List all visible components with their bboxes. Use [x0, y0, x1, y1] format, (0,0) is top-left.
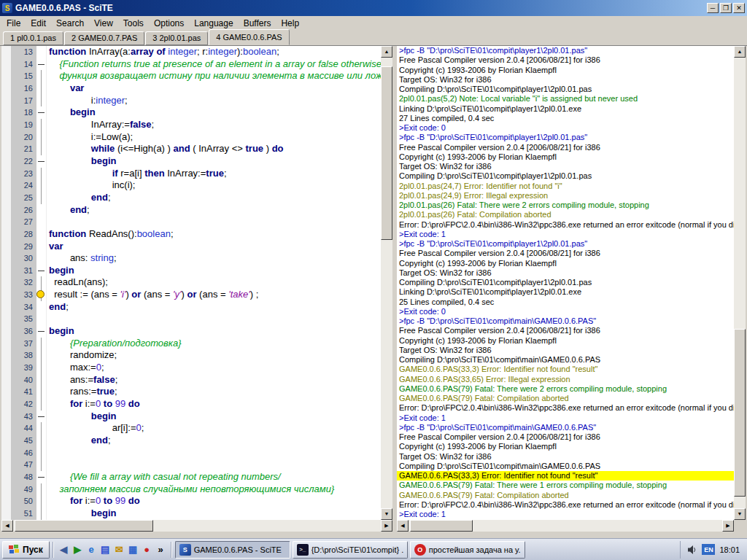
editor-fold-margin[interactable]	[36, 46, 47, 520]
code-line[interactable]	[49, 216, 381, 228]
line-number[interactable]: 21	[11, 143, 36, 155]
output-line-highlighted[interactable]: GAME0.0.6.PAS(33,3) Error: Identifier no…	[397, 471, 734, 481]
line-number[interactable]: 41	[11, 386, 36, 398]
output-line[interactable]: 25 Lines compiled, 0.4 sec	[399, 298, 734, 307]
line-number[interactable]: 27	[11, 216, 36, 228]
code-line[interactable]	[49, 313, 381, 325]
output-line[interactable]: 2pl0.01.pas(26) Fatal: Compilation abort…	[399, 210, 734, 219]
line-number[interactable]: 39	[11, 362, 36, 374]
line-number[interactable]: 14	[11, 58, 36, 71]
code-line[interactable]: begin	[49, 411, 381, 423]
scroll-left-arrow[interactable]: ◀	[1, 520, 13, 532]
line-number[interactable]: 43	[11, 411, 36, 423]
menu-view[interactable]: View	[89, 18, 118, 29]
editor-pane[interactable]: 1314151617181920212223242526272829303132…	[1, 46, 381, 520]
output-line[interactable]: Target OS: Win32 for i386	[399, 346, 734, 355]
scroll-left-arrow[interactable]: ◀	[397, 520, 409, 532]
code-line[interactable]: заполняем массив случайными неповторяющи…	[49, 483, 381, 496]
output-line[interactable]: Copyright (c) 1993-2006 by Florian Klaem…	[399, 259, 734, 268]
code-line[interactable]: max:=0;	[49, 362, 381, 374]
internet-explorer-icon[interactable]: e	[85, 542, 98, 557]
taskbar-clock[interactable]: 18:01	[719, 545, 740, 554]
line-number[interactable]: 50	[11, 495, 36, 508]
line-number[interactable]: 44	[11, 422, 36, 435]
line-number[interactable]: 28	[11, 228, 36, 241]
line-number[interactable]: 34	[11, 301, 36, 314]
line-number[interactable]: 22	[11, 155, 36, 168]
code-line[interactable]: функция возвращает истину при наличии эл…	[49, 70, 381, 82]
fold-toggle[interactable]	[36, 58, 46, 71]
menu-help[interactable]: Help	[276, 18, 304, 29]
line-number[interactable]: 26	[11, 204, 36, 217]
menu-buffers[interactable]: Buffers	[239, 18, 276, 29]
language-indicator[interactable]: EN	[702, 544, 715, 555]
output-line[interactable]: >fpc -B "D:\pro\SciTE\01\compit\main\GAM…	[399, 316, 734, 326]
output-line[interactable]: >Exit code: 0	[399, 307, 734, 316]
code-line[interactable]: ans: string;	[49, 252, 381, 265]
line-number[interactable]: 24	[11, 179, 36, 192]
output-line[interactable]: Free Pascal Compiler version 2.0.4 [2006…	[399, 326, 734, 335]
output-line[interactable]: 2pl0.01.pas(5,2) Note: Local variable "i…	[399, 94, 734, 104]
output-line[interactable]: Target OS: Win32 for i386	[399, 452, 734, 462]
output-line[interactable]: >Exit code: 1	[399, 230, 734, 239]
code-line[interactable]: for i:=0 to 99 do	[49, 495, 381, 508]
output-line[interactable]: >fpc -B "D:\pro\SciTE\01\compit\player1\…	[399, 239, 734, 249]
fold-toggle[interactable]	[36, 106, 46, 119]
code-line[interactable]: end;	[49, 301, 381, 314]
back-arrow-icon[interactable]: ◀	[57, 542, 71, 557]
menu-options[interactable]: Options	[149, 18, 189, 29]
output-line[interactable]: Free Pascal Compiler version 2.0.4 [2006…	[399, 249, 734, 258]
scroll-down-arrow[interactable]: ▼	[381, 508, 392, 520]
line-number[interactable]: 20	[11, 131, 36, 144]
minimize-button[interactable]: ─	[707, 3, 719, 13]
output-line[interactable]: Compiling D:\pro\SciTE\01\compit\player1…	[399, 85, 734, 94]
fold-toggle[interactable]	[36, 325, 46, 338]
output-line[interactable]: Target OS: Win32 for i386	[399, 268, 734, 278]
opera-icon[interactable]: ●	[140, 542, 154, 557]
code-line[interactable]: begin	[49, 155, 381, 168]
menu-file[interactable]: File	[1, 18, 26, 29]
editor-horizontal-scrollbar[interactable]: ◀ ▶	[1, 520, 392, 532]
editor-vertical-scrollbar[interactable]: ▲ ▼	[381, 46, 392, 520]
line-number[interactable]: 30	[11, 252, 36, 265]
mail-icon[interactable]: ✉	[112, 542, 126, 557]
code-line[interactable]: readLn(ans);	[49, 276, 381, 289]
output-line[interactable]: Error: D:\pro\FPC\2.0.4\bin\i386-Win32\p…	[399, 220, 734, 230]
code-line[interactable]: end;	[49, 204, 381, 217]
output-line[interactable]: GAME0.0.6.PAS(79) Fatal: Compilation abo…	[399, 491, 734, 500]
code-line[interactable]: function ReadAns():boolean;	[49, 228, 381, 241]
line-number[interactable]: 45	[11, 435, 36, 447]
line-number[interactable]: 19	[11, 119, 36, 131]
output-line[interactable]: Free Pascal Compiler version 2.0.4 [2006…	[399, 143, 734, 152]
code-line[interactable]: ar[i]:=0;	[49, 422, 381, 435]
output-line[interactable]: GAME0.0.6.PAS(79) Fatal: There were 2 er…	[399, 384, 734, 394]
output-line[interactable]: GAME0.0.6.PAS(79) Fatal: Compilation abo…	[399, 394, 734, 403]
output-vscroll-thumb[interactable]	[734, 329, 746, 497]
code-line[interactable]: randomize;	[49, 349, 381, 362]
line-number[interactable]: 51	[11, 508, 36, 520]
line-number[interactable]: 23	[11, 168, 36, 180]
line-number[interactable]: 18	[11, 106, 36, 119]
line-number[interactable]: 48	[11, 471, 36, 483]
output-hscroll-thumb[interactable]	[410, 520, 473, 532]
code-line[interactable]: function InArray(a:array of integer; r:i…	[49, 46, 381, 58]
fold-toggle[interactable]	[36, 471, 46, 483]
code-line[interactable]: rans:=true;	[49, 386, 381, 398]
output-line[interactable]: GAME0.0.6.PAS(33,65) Error: Illegal expr…	[399, 375, 734, 384]
code-line[interactable]: {Function returns true at presence of an…	[49, 58, 381, 71]
code-line[interactable]: inc(i);	[49, 179, 381, 192]
menu-edit[interactable]: Edit	[26, 18, 51, 29]
app-window-icon[interactable]: ▦	[126, 542, 140, 557]
editor-hscroll-thumb[interactable]	[15, 520, 153, 532]
maximize-button[interactable]: ❐	[720, 3, 732, 13]
output-line[interactable]: Target OS: Win32 for i386	[399, 75, 734, 85]
line-number[interactable]: 47	[11, 459, 36, 471]
output-line[interactable]: >fpc -B "D:\pro\SciTE\01\compit\player1\…	[399, 133, 734, 142]
fold-toggle[interactable]	[36, 411, 46, 423]
fold-toggle[interactable]	[36, 265, 46, 277]
task-button-opera[interactable]: Oпростейшая задача на у...	[410, 541, 525, 559]
code-line[interactable]: result := (ans = 'i') or (ans = 'y') or …	[49, 289, 381, 301]
code-line[interactable]: InArray:=false;	[49, 119, 381, 131]
output-line[interactable]: >Exit code: 1	[399, 413, 734, 423]
line-number[interactable]: 15	[11, 70, 36, 82]
